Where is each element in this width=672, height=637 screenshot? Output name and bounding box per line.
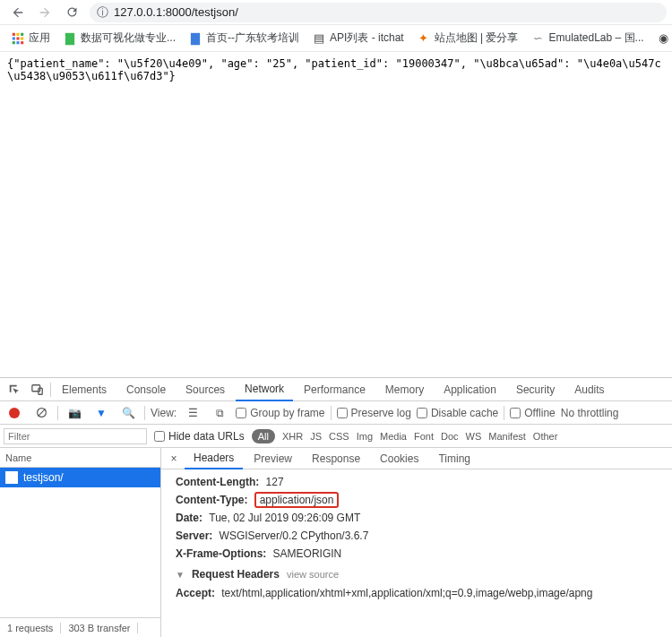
filter-manifest[interactable]: Manifest	[488, 431, 526, 442]
status-bar: 1 requests 303 B transfer	[0, 617, 160, 637]
large-rows-icon[interactable]: ☰	[182, 402, 203, 424]
group-by-frame-checkbox[interactable]: Group by frame	[236, 407, 324, 419]
search-icon[interactable]: 🔍	[117, 402, 139, 424]
bookmark-item[interactable]: ∽EmulatedLab – 国...	[526, 28, 650, 49]
bookmark-icon: ◉	[657, 31, 671, 46]
request-row[interactable]: testjson/	[0, 468, 160, 487]
filter-funnel-icon[interactable]: ▼	[90, 402, 112, 424]
close-detail-button[interactable]: ×	[165, 452, 183, 465]
page-content: {"patient_name": "\u5f20\u4e09", "age": …	[0, 52, 672, 377]
subtab-timing[interactable]: Timing	[429, 448, 479, 469]
tab-performance[interactable]: Performance	[295, 378, 375, 401]
svg-rect-8	[21, 41, 23, 44]
tab-audits[interactable]: Audits	[565, 378, 613, 401]
devtools-tabs: Elements Console Sources Network Perform…	[0, 378, 672, 401]
bookmark-icon: ∽	[531, 31, 546, 46]
content-type-highlight: application/json	[254, 492, 340, 508]
apps-shortcut[interactable]: 应用	[5, 28, 56, 49]
filter-other[interactable]: Other	[533, 431, 558, 442]
svg-rect-0	[13, 32, 15, 35]
request-detail: × Headers Preview Response Cookies Timin…	[161, 448, 672, 637]
bookmark-item[interactable]: ✦站点地图 | 爱分享	[411, 28, 524, 49]
svg-rect-1	[16, 32, 19, 35]
filter-doc[interactable]: Doc	[441, 431, 459, 442]
bookmark-item[interactable]: ◉SPOTO - EVE-N	[651, 28, 672, 49]
record-button[interactable]	[4, 402, 25, 424]
apps-icon	[11, 31, 25, 46]
filter-img[interactable]: Img	[357, 431, 373, 442]
bookmark-icon: ▇	[63, 31, 77, 46]
forward-button[interactable]	[32, 2, 57, 23]
subtab-response[interactable]: Response	[303, 448, 369, 469]
subtab-preview[interactable]: Preview	[245, 448, 301, 469]
network-filter-bar: Hide data URLs All XHR JS CSS Img Media …	[0, 425, 672, 448]
filter-media[interactable]: Media	[380, 431, 407, 442]
camera-icon[interactable]: 📷	[64, 402, 85, 424]
bookmark-icon: ▇	[188, 31, 202, 46]
svg-line-12	[38, 409, 45, 416]
devtools-panel: Elements Console Sources Network Perform…	[0, 377, 672, 637]
tab-sources[interactable]: Sources	[177, 378, 234, 401]
address-bar[interactable]: ⓘ 127.0.0.1:8000/testjson/	[90, 3, 667, 22]
bookmarks-bar: 应用 ▇数据可视化做专业... ▇首页--广东软考培训 ▤API列表 - itc…	[0, 25, 672, 52]
tab-network[interactable]: Network	[236, 378, 293, 401]
tab-security[interactable]: Security	[507, 378, 564, 401]
svg-rect-6	[13, 41, 15, 44]
headers-body: Content-Length: 127 Content-Type: applic…	[161, 469, 672, 637]
request-list: Name testjson/ 1 requests 303 B transfer	[0, 448, 161, 637]
hide-data-urls-checkbox[interactable]: Hide data URLs	[154, 430, 245, 443]
throttling-select[interactable]: No throttling	[561, 407, 619, 419]
filter-all[interactable]: All	[252, 429, 275, 443]
filter-font[interactable]: Font	[414, 431, 434, 442]
url-text: 127.0.0.1:8000/testjson/	[114, 5, 238, 19]
bookmark-item[interactable]: ▇首页--广东软考培训	[183, 28, 305, 49]
back-button[interactable]	[5, 2, 30, 23]
bookmark-item[interactable]: ▤API列表 - itchat	[306, 28, 409, 49]
request-list-header[interactable]: Name	[0, 448, 160, 468]
tab-elements[interactable]: Elements	[53, 378, 116, 401]
detail-tabs: × Headers Preview Response Cookies Timin…	[161, 448, 672, 469]
browser-nav-toolbar: ⓘ 127.0.0.1:8000/testjson/	[0, 0, 672, 25]
view-source-link[interactable]: view source	[287, 569, 339, 580]
svg-rect-5	[21, 37, 23, 39]
filter-ws[interactable]: WS	[466, 431, 482, 442]
offline-checkbox[interactable]: Offline	[510, 407, 555, 419]
bookmark-icon: ✦	[417, 31, 431, 46]
subtab-headers[interactable]: Headers	[185, 448, 243, 469]
disable-cache-checkbox[interactable]: Disable cache	[417, 407, 498, 419]
filter-input[interactable]	[4, 428, 147, 444]
filter-js[interactable]: JS	[310, 431, 322, 442]
preserve-log-checkbox[interactable]: Preserve log	[337, 407, 411, 419]
filter-xhr[interactable]: XHR	[282, 431, 303, 442]
filter-css[interactable]: CSS	[329, 431, 349, 442]
inspect-icon[interactable]	[4, 379, 25, 400]
reload-button[interactable]	[59, 2, 84, 23]
svg-rect-4	[16, 37, 19, 39]
info-icon: ⓘ	[97, 4, 108, 21]
svg-rect-3	[13, 37, 15, 39]
clear-button[interactable]	[30, 402, 52, 424]
tab-console[interactable]: Console	[117, 378, 175, 401]
svg-rect-2	[21, 32, 23, 35]
network-options-bar: 📷 ▼ 🔍 View: ☰ ⧉ Group by frame Preserve …	[0, 401, 672, 425]
bookmark-item[interactable]: ▇数据可视化做专业...	[57, 28, 181, 49]
file-icon	[5, 471, 18, 484]
devtools-body: Name testjson/ 1 requests 303 B transfer…	[0, 448, 672, 637]
tab-application[interactable]: Application	[435, 378, 505, 401]
svg-rect-7	[16, 41, 19, 44]
disclosure-triangle-icon: ▼	[176, 570, 185, 580]
tab-memory[interactable]: Memory	[376, 378, 433, 401]
subtab-cookies[interactable]: Cookies	[371, 448, 427, 469]
waterfall-icon[interactable]: ⧉	[209, 402, 230, 424]
device-icon[interactable]	[27, 379, 48, 400]
request-headers-section[interactable]: ▼ Request Headers view source	[176, 563, 663, 584]
bookmark-icon: ▤	[312, 31, 326, 46]
